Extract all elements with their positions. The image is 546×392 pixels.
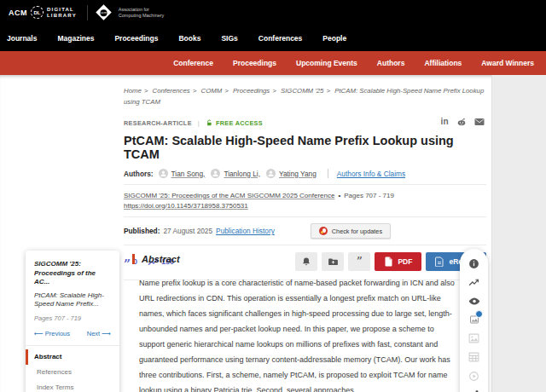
abstract-text: Name prefix lookup is a core characteris… [139,275,458,392]
nav-journals[interactable]: Journals [7,34,48,43]
authors-info-claims-link[interactable]: Authors Info & Claims [337,170,405,178]
trending-up-icon [468,278,479,287]
acm-association-logo[interactable]: acm Association forComputing Machinery [98,7,165,18]
association-name: Association forComputing Machinery [119,7,165,18]
view-button[interactable] [468,295,480,307]
nav-books[interactable]: Books [178,34,212,43]
citation-quote-icon: ” [124,262,131,267]
eye-icon [468,297,480,306]
section-nav-abstract[interactable]: Abstract [26,349,119,365]
abstract-section: Abstract Name prefix lookup is a core ch… [132,254,463,392]
breadcrumb-conferences[interactable]: Conferences [153,87,190,95]
email-icon[interactable] [474,118,485,126]
header-divider [87,5,88,20]
publication-venue: SIGCOMM '25: Proceedings of the ACM SIGC… [124,191,486,210]
page-content: Home> Conferences> COMM> Proceedings> SI… [0,75,546,392]
authors-row: Authors: Tian Song, Tianlong Li, Yating … [124,169,486,178]
nav-magazines[interactable]: Magazines [57,34,105,43]
top-header: ACM DL DIGITALLIBRARY acm Association fo… [0,0,546,25]
open-lock-icon [206,119,213,127]
author-avatar [211,169,220,178]
authors-divider [328,169,328,178]
previous-article-link[interactable]: ⟵ Previous [34,330,70,337]
share-icon [469,389,479,392]
left-arrow-icon: ⟵ [34,330,44,337]
figures-button[interactable] [468,314,480,326]
floating-toolbar [460,249,488,392]
acm-dl-logo[interactable]: ACM DL DIGITALLIBRARY [9,6,77,19]
nav-conferences[interactable]: Conferences [258,34,314,43]
confnav-affiliations[interactable]: Affiliations [424,59,462,67]
social-share-row: in [441,117,485,127]
confnav-proceedings[interactable]: Proceedings [233,59,276,67]
check-for-updates-button[interactable]: Check for updates [311,223,391,239]
confnav-award-winners[interactable]: Award Winners [481,59,534,67]
divider [124,184,486,185]
divider [124,216,486,217]
article-side-card: SIGCOMM '25: Proceedings of the AC... Pt… [26,251,119,392]
share-button[interactable] [468,389,480,392]
acm-logo-text: ACM [9,9,27,17]
breadcrumb-sigcomm25[interactable]: SIGCOMM '25 [281,87,323,95]
confnav-conference[interactable]: Conference [173,59,213,67]
divider [124,245,486,245]
info-icon [468,258,479,269]
published-label: Published: [124,227,160,235]
breadcrumb: Home> Conferences> COMM> Proceedings> SI… [124,85,491,107]
author-avatar [159,169,168,178]
right-arrow-icon: ⟶ [102,330,111,337]
article-title: PtCAM: Scalable High-Speed Name Prefix L… [124,134,486,161]
venue-link[interactable]: SIGCOMM '25: Proceedings of the ACM SIGC… [124,192,334,199]
nav-sigs[interactable]: SIGs [221,34,248,43]
primary-nav: Journals Magazines Proceedings Books SIG… [0,25,546,51]
crossmark-icon [319,227,328,235]
confnav-authors[interactable]: Authors [377,59,405,67]
breadcrumb-home[interactable]: Home [124,87,142,95]
pages-text: Pages 707 - 719 [344,192,394,199]
info-button[interactable] [468,257,480,269]
conference-nav: Conference Proceedings Upcoming Events A… [0,51,546,75]
media-button[interactable] [468,370,480,382]
doi-link[interactable]: https://doi.org/10.1145/3718958.3750531 [124,202,248,210]
play-media-icon [468,371,479,382]
side-pages: Pages 707 - 719 [34,314,111,322]
linkedin-icon[interactable]: in [441,118,450,126]
article-type-label: RESEARCH-ARTICLE [124,119,192,127]
side-article-title: PtCAM: Scalable High-Speed Name Prefix..… [34,291,111,309]
section-nav-index-terms[interactable]: Index Terms [26,380,119,392]
author-link-yating-yang[interactable]: Yating Yang [279,170,317,178]
nav-proceedings[interactable]: Proceedings [114,34,169,43]
divider [26,345,119,346]
published-date: 27 August 2025 [163,227,212,235]
digital-library-text: DIGITALLIBRARY [47,7,77,18]
figures-badge [475,310,483,318]
article-type-row: RESEARCH-ARTICLE | FREE ACCESS in [124,118,486,128]
authors-label: Authors: [124,170,154,178]
nav-people[interactable]: People [322,34,357,43]
side-proceeding-title[interactable]: SIGCOMM '25: Proceedings of the AC... [34,260,111,287]
breadcrumb-proceedings[interactable]: Proceedings [233,87,270,95]
author-avatar [266,169,276,178]
metrics-button[interactable] [468,276,480,288]
breadcrumb-comm[interactable]: COMM [201,87,223,95]
section-nav-references[interactable]: References [26,365,119,380]
author-link-tianlong-li[interactable]: Tianlong Li, [224,170,260,178]
confnav-upcoming-events[interactable]: Upcoming Events [296,59,357,67]
tables-button[interactable] [468,351,480,363]
image-icon [468,333,479,343]
abstract-heading: Abstract [132,254,463,264]
acm-diamond-icon: acm [96,4,111,20]
section-nav: Abstract References Index Terms Recommen… [26,349,119,392]
free-access-badge: FREE ACCESS [206,119,263,127]
published-row: Published: 27 August 2025 Publication Hi… [124,223,486,239]
dl-gear-icon: DL [31,6,44,19]
table-icon [468,352,479,362]
reddit-icon[interactable] [456,117,467,127]
author-link-tian-song[interactable]: Tian Song, [171,170,206,178]
images-button[interactable] [468,332,480,344]
right-background-panel [491,75,546,392]
publication-history-link[interactable]: Publication History [216,227,275,235]
next-article-link[interactable]: Next ⟶ [87,330,111,337]
